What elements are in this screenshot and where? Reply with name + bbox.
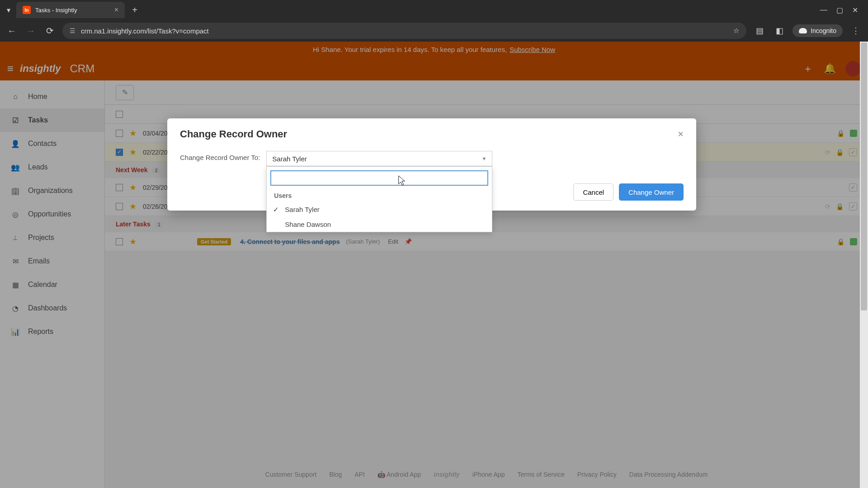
selected-owner: Sarah Tyler (272, 155, 307, 163)
scrollbar-thumb[interactable] (861, 42, 867, 310)
owner-dropdown: Users Sarah Tyler Shane Dawson (266, 166, 492, 232)
incognito-badge[interactable]: Incognito (793, 24, 843, 37)
tab-title: Tasks - Insightly (35, 7, 110, 14)
modal-body: Change Record Owner To: Sarah Tyler ▼ Us… (167, 147, 696, 211)
tab-strip: ▾ In Tasks - Insightly × + — ▢ ✕ (0, 0, 868, 20)
dropdown-option[interactable]: Shane Dawson (267, 217, 492, 232)
incognito-icon (799, 28, 807, 33)
close-tab-icon[interactable]: × (114, 6, 118, 14)
maximize-icon[interactable]: ▢ (836, 6, 843, 14)
extensions-icon[interactable]: ▤ (753, 26, 766, 36)
owner-search-input[interactable] (270, 170, 488, 186)
owner-select: Sarah Tyler ▼ Users Sarah Tyler Shane Da… (266, 151, 492, 166)
minimize-icon[interactable]: — (820, 6, 827, 14)
browser-tab[interactable]: In Tasks - Insightly × (16, 2, 125, 18)
modal-header: Change Record Owner × (167, 118, 696, 147)
browser-chrome: ▾ In Tasks - Insightly × + — ▢ ✕ ← → ⟳ ☰… (0, 0, 868, 42)
owner-select-box[interactable]: Sarah Tyler ▼ (266, 151, 492, 166)
back-button[interactable]: ← (5, 26, 18, 36)
browser-menu-icon[interactable]: ⋮ (849, 26, 863, 36)
dropdown-group-label: Users (267, 189, 492, 202)
favicon-icon: In (23, 6, 31, 14)
vertical-scrollbar[interactable] (860, 42, 868, 488)
sidepanel-icon[interactable]: ◧ (773, 26, 786, 36)
close-window-icon[interactable]: ✕ (852, 6, 858, 14)
change-owner-button[interactable]: Change Owner (619, 183, 684, 201)
close-icon[interactable]: × (678, 128, 684, 140)
modal-title: Change Record Owner (180, 128, 287, 140)
modal-overlay[interactable] (0, 42, 868, 488)
forward-button[interactable]: → (24, 26, 37, 36)
app-root: Hi Shane. Your trial expires in 14 days.… (0, 42, 868, 488)
browser-toolbar: ← → ⟳ ☰ crm.na1.insightly.com/list/Task?… (0, 20, 868, 42)
modal-footer: Cancel Change Owner (573, 183, 684, 201)
change-owner-modal: Change Record Owner × Change Record Owne… (167, 118, 696, 211)
dropdown-option[interactable]: Sarah Tyler (267, 202, 492, 217)
url-text: crm.na1.insightly.com/list/Task?v=compac… (81, 27, 209, 35)
cancel-button[interactable]: Cancel (573, 183, 613, 201)
reload-button[interactable]: ⟳ (43, 25, 56, 36)
bookmark-icon[interactable]: ☆ (733, 27, 739, 35)
chevron-down-icon: ▼ (481, 156, 486, 161)
window-controls: — ▢ ✕ (820, 6, 864, 14)
url-bar[interactable]: ☰ crm.na1.insightly.com/list/Task?v=comp… (62, 23, 746, 39)
new-tab-button[interactable]: + (128, 4, 141, 16)
owner-label: Change Record Owner To: (180, 151, 260, 161)
site-settings-icon[interactable]: ☰ (70, 27, 75, 34)
tab-list-dropdown-icon[interactable]: ▾ (4, 5, 14, 15)
